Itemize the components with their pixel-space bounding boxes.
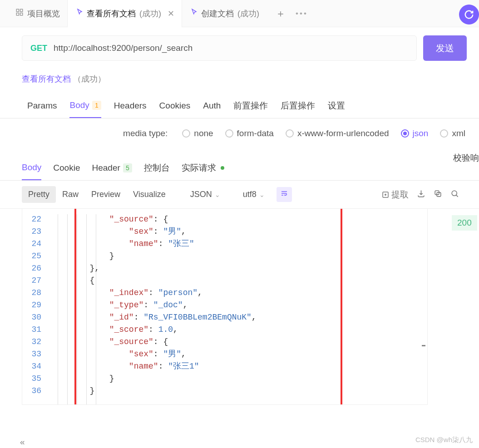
status-box: 200	[452, 210, 479, 231]
media-xwww[interactable]: x-www-form-urlencoded	[286, 128, 389, 138]
tab-overview-label: 项目概览	[27, 8, 60, 19]
tabs-row: 项目概览 查看所有文档 (成功) ✕ 创建文档 (成功) ＋ •••	[0, 0, 479, 27]
save-icon[interactable]	[417, 189, 425, 200]
response-body-area[interactable]: 222324252627282930313233343536 "_source"…	[22, 209, 428, 405]
tab-create-doc-label: 创建文档	[201, 8, 234, 19]
response-nav: Body Cookie Header 5 控制台 实际请求 校验响	[0, 148, 479, 181]
nav-cookies[interactable]: Cookies	[159, 95, 191, 118]
media-xml[interactable]: xml	[440, 128, 465, 138]
overview-icon	[15, 8, 24, 19]
tab-view-docs-label: 查看所有文档	[87, 8, 136, 19]
pretty-button[interactable]: Pretty	[22, 186, 56, 203]
code-content[interactable]: "_source": { "sex": "男", "name": "张三" } …	[50, 213, 257, 397]
green-dot-icon	[221, 166, 224, 170]
send-button[interactable]: 发送	[423, 35, 467, 61]
raw-button[interactable]: Raw	[56, 186, 85, 203]
extract-button[interactable]: 提取	[381, 189, 409, 201]
res-header[interactable]: Header 5	[92, 158, 132, 180]
tab-overview[interactable]: 项目概览	[8, 0, 67, 27]
breadcrumb-status: （成功）	[73, 74, 106, 84]
verify-response-label[interactable]: 校验响	[453, 152, 479, 164]
visualize-button[interactable]: Visualize	[127, 186, 172, 203]
nav-auth[interactable]: Auth	[203, 95, 221, 118]
more-tabs-button[interactable]: •••	[296, 9, 308, 18]
breadcrumb: 查看所有文档 （成功）	[0, 69, 479, 93]
nav-headers[interactable]: Headers	[114, 95, 147, 118]
search-icon[interactable]	[450, 189, 459, 200]
refresh-button[interactable]	[459, 5, 479, 25]
tab-create-doc[interactable]: 创建文档 (成功)	[182, 0, 267, 27]
header-badge: 5	[123, 163, 132, 172]
response-toolbar: Pretty Raw Preview Visualize JSON ⌄ utf8…	[0, 181, 479, 209]
encoding-select[interactable]: utf8 ⌄	[238, 187, 269, 202]
close-icon[interactable]: ✕	[168, 9, 174, 19]
res-console[interactable]: 控制台	[144, 158, 170, 180]
nav-settings[interactable]: 设置	[328, 95, 345, 118]
tab-view-docs-status: (成功)	[139, 8, 161, 19]
nav-params[interactable]: Params	[27, 95, 57, 118]
media-none[interactable]: none	[182, 128, 213, 138]
res-header-label: Header	[92, 163, 120, 173]
tab-view-docs[interactable]: 查看所有文档 (成功) ✕	[67, 0, 182, 27]
svg-point-7	[452, 191, 457, 196]
wrap-button[interactable]	[277, 187, 292, 202]
svg-rect-1	[20, 9, 23, 11]
format-select[interactable]: JSON ⌄	[186, 187, 225, 202]
res-body[interactable]: Body	[22, 158, 41, 180]
http-method[interactable]: GET	[30, 44, 47, 53]
mouse-icon	[189, 8, 198, 19]
nav-post-request[interactable]: 后置操作	[281, 95, 315, 118]
chevron-down-icon: ⌄	[259, 191, 265, 198]
svg-rect-3	[20, 13, 23, 15]
status-code: 200	[452, 215, 477, 231]
resize-handle-icon[interactable]: «	[20, 437, 25, 447]
copy-icon[interactable]	[434, 189, 442, 200]
res-cookie[interactable]: Cookie	[53, 158, 80, 180]
url-box[interactable]: GET http://localhost:9200/person/_search	[22, 35, 417, 61]
chevron-down-icon: ⌄	[215, 191, 220, 198]
scrollbar-marker[interactable]	[422, 345, 425, 346]
line-numbers: 222324252627282930313233343536	[22, 213, 46, 397]
res-actual-request[interactable]: 实际请求	[182, 158, 224, 180]
svg-rect-2	[16, 13, 19, 15]
url-input[interactable]: http://localhost:9200/person/_search	[54, 43, 193, 53]
nav-body-label: Body	[69, 100, 89, 110]
mouse-icon	[75, 8, 83, 19]
preview-button[interactable]: Preview	[85, 186, 127, 203]
request-nav: Params Body 1 Headers Cookies Auth 前置操作 …	[0, 93, 479, 118]
nav-pre-request[interactable]: 前置操作	[233, 95, 268, 118]
tab-create-doc-status: (成功)	[237, 8, 259, 19]
breadcrumb-link[interactable]: 查看所有文档	[22, 74, 71, 84]
url-row: GET http://localhost:9200/person/_search…	[0, 27, 479, 69]
add-tab-button[interactable]: ＋	[276, 7, 286, 20]
svg-rect-0	[16, 9, 19, 11]
watermark: CSDN @wh柒八九	[415, 436, 473, 444]
media-form-data[interactable]: form-data	[225, 128, 274, 138]
media-type-row: media type: none form-data x-www-form-ur…	[0, 118, 479, 148]
nav-body[interactable]: Body 1	[69, 95, 101, 118]
body-badge: 1	[92, 101, 101, 110]
media-type-label: media type:	[123, 128, 168, 138]
media-json[interactable]: json	[401, 128, 429, 138]
